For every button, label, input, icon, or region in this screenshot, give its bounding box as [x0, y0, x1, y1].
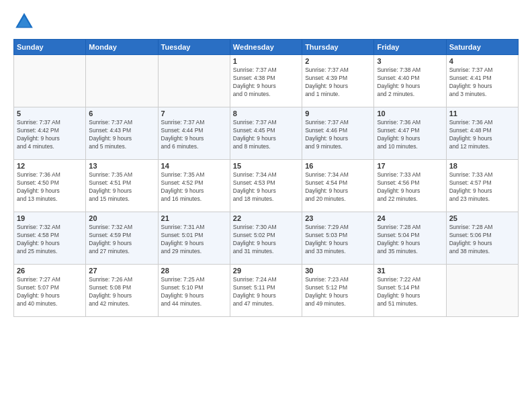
calendar-cell: 14Sunrise: 7:35 AM Sunset: 4:52 PM Dayli…: [158, 160, 230, 212]
calendar-cell: 9Sunrise: 7:37 AM Sunset: 4:46 PM Daylig…: [302, 107, 374, 160]
day-header-wednesday: Wednesday: [230, 40, 302, 55]
day-number: 22: [233, 214, 299, 222]
calendar-cell: 15Sunrise: 7:34 AM Sunset: 4:53 PM Dayli…: [230, 160, 302, 212]
day-number: 6: [89, 109, 154, 118]
calendar-cell: 11Sunrise: 7:36 AM Sunset: 4:48 PM Dayli…: [446, 107, 518, 160]
day-number: 12: [17, 162, 83, 170]
calendar-cell: 16Sunrise: 7:34 AM Sunset: 4:54 PM Dayli…: [302, 160, 374, 212]
week-row-2: 5Sunrise: 7:37 AM Sunset: 4:42 PM Daylig…: [14, 107, 519, 160]
day-info: Sunrise: 7:37 AM Sunset: 4:39 PM Dayligh…: [305, 66, 371, 99]
header-row: SundayMondayTuesdayWednesdayThursdayFrid…: [14, 40, 519, 55]
day-number: 30: [305, 267, 371, 275]
calendar-cell: 12Sunrise: 7:36 AM Sunset: 4:50 PM Dayli…: [14, 160, 86, 212]
day-number: 8: [233, 109, 299, 118]
day-info: Sunrise: 7:36 AM Sunset: 4:50 PM Dayligh…: [17, 171, 83, 203]
day-info: Sunrise: 7:38 AM Sunset: 4:40 PM Dayligh…: [377, 66, 443, 99]
day-info: Sunrise: 7:33 AM Sunset: 4:57 PM Dayligh…: [449, 171, 515, 203]
day-number: 3: [377, 57, 443, 65]
day-number: 14: [161, 162, 227, 170]
calendar-cell: [158, 55, 230, 107]
day-number: 29: [233, 267, 299, 275]
calendar-cell: 19Sunrise: 7:32 AM Sunset: 4:58 PM Dayli…: [14, 212, 86, 265]
day-info: Sunrise: 7:32 AM Sunset: 4:59 PM Dayligh…: [89, 224, 154, 256]
day-info: Sunrise: 7:37 AM Sunset: 4:45 PM Dayligh…: [233, 119, 299, 151]
day-info: Sunrise: 7:23 AM Sunset: 5:12 PM Dayligh…: [305, 276, 371, 308]
day-info: Sunrise: 7:32 AM Sunset: 4:58 PM Dayligh…: [17, 224, 83, 256]
calendar-cell: [14, 55, 86, 107]
week-row-5: 26Sunrise: 7:27 AM Sunset: 5:07 PM Dayli…: [14, 265, 519, 317]
day-info: Sunrise: 7:36 AM Sunset: 4:48 PM Dayligh…: [449, 119, 515, 151]
calendar-cell: [86, 55, 158, 107]
day-header-sunday: Sunday: [14, 40, 86, 55]
day-number: 24: [377, 214, 443, 222]
day-header-thursday: Thursday: [302, 40, 374, 55]
day-header-monday: Monday: [86, 40, 158, 55]
calendar-cell: 10Sunrise: 7:36 AM Sunset: 4:47 PM Dayli…: [374, 107, 446, 160]
day-info: Sunrise: 7:37 AM Sunset: 4:46 PM Dayligh…: [305, 119, 371, 151]
day-number: 16: [305, 162, 371, 170]
calendar-cell: 22Sunrise: 7:30 AM Sunset: 5:02 PM Dayli…: [230, 212, 302, 265]
calendar-cell: 27Sunrise: 7:26 AM Sunset: 5:08 PM Dayli…: [86, 265, 158, 317]
day-info: Sunrise: 7:26 AM Sunset: 5:08 PM Dayligh…: [89, 276, 154, 308]
day-info: Sunrise: 7:34 AM Sunset: 4:53 PM Dayligh…: [233, 171, 299, 203]
calendar-table: SundayMondayTuesdayWednesdayThursdayFrid…: [13, 39, 519, 317]
day-number: 26: [17, 267, 83, 275]
calendar-cell: 23Sunrise: 7:29 AM Sunset: 5:03 PM Dayli…: [302, 212, 374, 265]
calendar-cell: 8Sunrise: 7:37 AM Sunset: 4:45 PM Daylig…: [230, 107, 302, 160]
calendar-cell: 2Sunrise: 7:37 AM Sunset: 4:39 PM Daylig…: [302, 55, 374, 107]
calendar-cell: 4Sunrise: 7:37 AM Sunset: 4:41 PM Daylig…: [446, 55, 518, 107]
day-number: 19: [17, 214, 83, 222]
day-number: 7: [161, 109, 227, 118]
header: [13, 11, 519, 32]
day-info: Sunrise: 7:25 AM Sunset: 5:10 PM Dayligh…: [161, 276, 227, 308]
calendar-cell: 13Sunrise: 7:35 AM Sunset: 4:51 PM Dayli…: [86, 160, 158, 212]
day-info: Sunrise: 7:37 AM Sunset: 4:41 PM Dayligh…: [449, 66, 515, 99]
day-info: Sunrise: 7:28 AM Sunset: 5:06 PM Dayligh…: [449, 224, 515, 256]
day-number: 1: [233, 57, 299, 65]
day-number: 9: [305, 109, 371, 118]
week-row-4: 19Sunrise: 7:32 AM Sunset: 4:58 PM Dayli…: [14, 212, 519, 265]
day-header-tuesday: Tuesday: [158, 40, 230, 55]
week-row-1: 1Sunrise: 7:37 AM Sunset: 4:38 PM Daylig…: [14, 55, 519, 107]
calendar-cell: 1Sunrise: 7:37 AM Sunset: 4:38 PM Daylig…: [230, 55, 302, 107]
day-number: 2: [305, 57, 371, 65]
day-info: Sunrise: 7:22 AM Sunset: 5:14 PM Dayligh…: [377, 276, 443, 308]
calendar-cell: 18Sunrise: 7:33 AM Sunset: 4:57 PM Dayli…: [446, 160, 518, 212]
day-number: 27: [89, 267, 154, 275]
day-number: 21: [161, 214, 227, 222]
calendar-cell: 3Sunrise: 7:38 AM Sunset: 4:40 PM Daylig…: [374, 55, 446, 107]
day-number: 23: [305, 214, 371, 222]
day-info: Sunrise: 7:37 AM Sunset: 4:38 PM Dayligh…: [233, 66, 299, 99]
day-info: Sunrise: 7:24 AM Sunset: 5:11 PM Dayligh…: [233, 276, 299, 308]
calendar-cell: 25Sunrise: 7:28 AM Sunset: 5:06 PM Dayli…: [446, 212, 518, 265]
week-row-3: 12Sunrise: 7:36 AM Sunset: 4:50 PM Dayli…: [14, 160, 519, 212]
logo: [13, 11, 38, 32]
day-info: Sunrise: 7:33 AM Sunset: 4:56 PM Dayligh…: [377, 171, 443, 203]
day-info: Sunrise: 7:37 AM Sunset: 4:42 PM Dayligh…: [17, 119, 83, 151]
day-info: Sunrise: 7:37 AM Sunset: 4:43 PM Dayligh…: [89, 119, 154, 151]
calendar-cell: 21Sunrise: 7:31 AM Sunset: 5:01 PM Dayli…: [158, 212, 230, 265]
day-info: Sunrise: 7:30 AM Sunset: 5:02 PM Dayligh…: [233, 224, 299, 256]
calendar-cell: 7Sunrise: 7:37 AM Sunset: 4:44 PM Daylig…: [158, 107, 230, 160]
calendar-cell: [446, 265, 518, 317]
day-number: 17: [377, 162, 443, 170]
day-info: Sunrise: 7:34 AM Sunset: 4:54 PM Dayligh…: [305, 171, 371, 203]
page: SundayMondayTuesdayWednesdayThursdayFrid…: [0, 0, 532, 411]
calendar-cell: 20Sunrise: 7:32 AM Sunset: 4:59 PM Dayli…: [86, 212, 158, 265]
calendar-cell: 6Sunrise: 7:37 AM Sunset: 4:43 PM Daylig…: [86, 107, 158, 160]
day-number: 20: [89, 214, 154, 222]
calendar-cell: 17Sunrise: 7:33 AM Sunset: 4:56 PM Dayli…: [374, 160, 446, 212]
day-number: 13: [89, 162, 154, 170]
day-info: Sunrise: 7:35 AM Sunset: 4:52 PM Dayligh…: [161, 171, 227, 203]
calendar-cell: 5Sunrise: 7:37 AM Sunset: 4:42 PM Daylig…: [14, 107, 86, 160]
day-info: Sunrise: 7:31 AM Sunset: 5:01 PM Dayligh…: [161, 224, 227, 256]
day-info: Sunrise: 7:28 AM Sunset: 5:04 PM Dayligh…: [377, 224, 443, 256]
day-number: 11: [449, 109, 515, 118]
day-number: 5: [17, 109, 83, 118]
day-number: 31: [377, 267, 443, 275]
calendar-cell: 30Sunrise: 7:23 AM Sunset: 5:12 PM Dayli…: [302, 265, 374, 317]
day-info: Sunrise: 7:35 AM Sunset: 4:51 PM Dayligh…: [89, 171, 154, 203]
day-info: Sunrise: 7:29 AM Sunset: 5:03 PM Dayligh…: [305, 224, 371, 256]
day-number: 4: [449, 57, 515, 65]
calendar-cell: 24Sunrise: 7:28 AM Sunset: 5:04 PM Dayli…: [374, 212, 446, 265]
